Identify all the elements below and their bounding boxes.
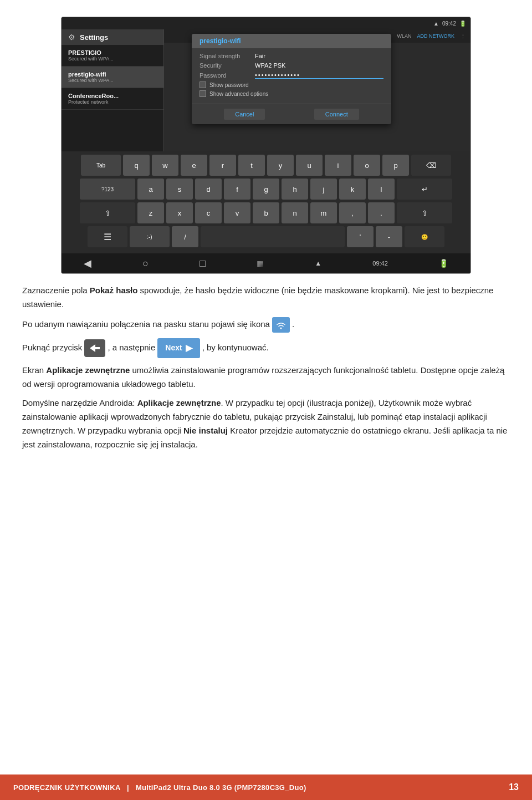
home-nav-button[interactable]: ○ — [142, 258, 149, 269]
connection-text: Po udanym nawiązaniu połączenia na pasku… — [22, 318, 270, 332]
space-key[interactable] — [201, 226, 345, 247]
para-show-password: Zaznaczenie pola Pokaż hasło spowoduje, … — [22, 284, 510, 312]
back-nav-button[interactable]: ◀ — [84, 257, 91, 269]
footer-text: PODRĘCZNIK UŻYTKOWNIKA | MultiPad2 Ultra… — [13, 783, 306, 792]
advanced-checkbox[interactable] — [200, 90, 206, 97]
smiley-key[interactable]: :-) — [130, 226, 170, 247]
sidebar-title: Settings — [80, 33, 108, 42]
wifi-status: ▲ — [433, 21, 439, 27]
menu-key[interactable]: ☰ — [88, 226, 127, 247]
screenshot-icon: ▦ — [257, 259, 264, 268]
advanced-options-label: Show advanced options — [209, 91, 268, 97]
sidebar-item-prestigio-wifi[interactable]: prestigio-wifi Secured with WPA... — [62, 67, 163, 88]
key-y[interactable]: y — [267, 155, 294, 176]
pukac-suffix: , by kontynuować. — [202, 341, 269, 355]
key-m[interactable]: m — [310, 202, 337, 223]
next-label: Next — [165, 342, 182, 354]
key-apostrophe[interactable]: ' — [347, 226, 374, 247]
keyboard-row-3: ⇧ z x c v b n m , . ⇧ — [64, 202, 468, 223]
key-l[interactable]: l — [368, 179, 395, 200]
show-password-row[interactable]: Show password — [200, 81, 383, 88]
key-e[interactable]: e — [181, 155, 207, 176]
num-key[interactable]: ?123 — [80, 179, 135, 200]
key-b[interactable]: b — [253, 202, 279, 223]
signal-row: Signal strength Fair — [200, 53, 383, 59]
footer-separator: | — [127, 783, 131, 792]
key-c[interactable]: c — [195, 202, 222, 223]
key-n[interactable]: n — [282, 202, 308, 223]
keyboard: Tab q w e r t y u i o p ⌫ ?123 a s d f g… — [62, 151, 470, 253]
pukac-middle: , a następnie — [108, 341, 155, 355]
connect-button[interactable]: Connect — [314, 109, 359, 120]
key-h[interactable]: h — [282, 179, 308, 200]
footer-page-number: 13 — [509, 782, 519, 792]
pukac-prefix: Puknąć przycisk — [22, 341, 82, 355]
footer-manual-label: PODRĘCZNIK UŻYTKOWNIKA — [13, 783, 120, 792]
footer-product: MultiPad2 Ultra Duo 8.0 3G (PMP7280C3G_D… — [136, 783, 306, 792]
tab-key[interactable]: Tab — [81, 155, 121, 176]
bold-nie-instaluj: Nie instaluj — [183, 426, 228, 435]
key-i[interactable]: i — [325, 155, 351, 176]
key-r[interactable]: r — [209, 155, 236, 176]
key-period[interactable]: . — [368, 202, 395, 223]
key-o[interactable]: o — [354, 155, 380, 176]
key-w[interactable]: w — [152, 155, 178, 176]
svg-marker-1 — [90, 344, 100, 352]
key-f[interactable]: f — [224, 179, 250, 200]
battery-status: 🔋 — [459, 21, 466, 27]
key-d[interactable]: d — [195, 179, 222, 200]
key-a[interactable]: a — [137, 179, 164, 200]
cancel-button[interactable]: Cancel — [224, 109, 265, 120]
enter-key[interactable]: ↵ — [397, 179, 452, 200]
screenshot-container: ▲ 09:42 🔋 ⚙ Settings PRESTIGIO Secured w… — [61, 17, 471, 274]
show-password-checkbox[interactable] — [200, 81, 206, 88]
key-dash[interactable]: - — [376, 226, 402, 247]
key-j[interactable]: j — [310, 179, 337, 200]
sidebar-item-prestigio[interactable]: PRESTIGIO Secured with WPA... — [62, 45, 163, 67]
key-slash[interactable]: / — [172, 226, 198, 247]
key-u[interactable]: u — [296, 155, 323, 176]
key-g[interactable]: g — [253, 179, 279, 200]
wifi-dialog: prestigio-wifi Signal strength Fair Secu… — [192, 34, 391, 124]
recents-nav-button[interactable]: □ — [200, 258, 206, 269]
sidebar-item-conference[interactable]: ConferenceRoo... Protected network — [62, 88, 163, 110]
wifi-status-icon — [272, 317, 290, 333]
shift-left-key[interactable]: ⇧ — [80, 202, 135, 223]
show-password-label: Show password — [209, 82, 249, 88]
para-aplikacje-zewnetrzne: Ekran Aplikacje zewnętrzne umożliwia zai… — [22, 364, 510, 391]
notification-icon: ▲ — [315, 259, 321, 267]
key-k[interactable]: k — [339, 179, 366, 200]
key-comma[interactable]: , — [339, 202, 366, 223]
time-nav: 09:42 — [372, 260, 388, 267]
content-area: Zaznaczenie pola Pokaż hasło spowoduje, … — [0, 274, 532, 468]
next-button[interactable]: Next ▶ — [157, 338, 200, 358]
sidebar-header: ⚙ Settings — [62, 29, 163, 45]
time-status: 09:42 — [442, 21, 456, 27]
bold-aplikacje-zew-2: Aplikacje zewnętrzne — [137, 398, 221, 407]
keyboard-row-1: Tab q w e r t y u i o p ⌫ — [64, 155, 468, 176]
password-row[interactable]: Password — [200, 72, 383, 79]
key-x[interactable]: x — [166, 202, 193, 223]
add-network-label[interactable]: ADD NETWORK — [417, 33, 455, 39]
key-t[interactable]: t — [238, 155, 265, 176]
footer: PODRĘCZNIK UŻYTKOWNIKA | MultiPad2 Ultra… — [0, 774, 532, 800]
connection-period: . — [292, 318, 294, 332]
wifi-dialog-body: Signal strength Fair Security WPA2 PSK P… — [192, 48, 391, 104]
more-options-icon[interactable]: ⋮ — [460, 33, 466, 40]
android-nav-bar: ◀ ○ □ ▦ ▲ 09:42 🔋 — [62, 253, 470, 273]
back-button-icon — [84, 339, 105, 357]
key-z[interactable]: z — [137, 202, 164, 223]
key-s[interactable]: s — [166, 179, 193, 200]
wlan-label: WLAN — [397, 33, 411, 39]
para-connection-icon: Po udanym nawiązaniu połączenia na pasku… — [22, 317, 510, 333]
key-v[interactable]: v — [224, 202, 250, 223]
key-q[interactable]: q — [123, 155, 150, 176]
emoji-key[interactable]: 🙂 — [405, 226, 444, 247]
keyboard-row-4: ☰ :-) / ' - 🙂 — [64, 226, 468, 247]
settings-gear-icon: ⚙ — [68, 33, 75, 42]
key-p[interactable]: p — [382, 155, 409, 176]
shift-right-key[interactable]: ⇧ — [397, 202, 452, 223]
password-input[interactable] — [255, 72, 383, 79]
backspace-key[interactable]: ⌫ — [411, 155, 451, 176]
advanced-options-row[interactable]: Show advanced options — [200, 90, 383, 97]
